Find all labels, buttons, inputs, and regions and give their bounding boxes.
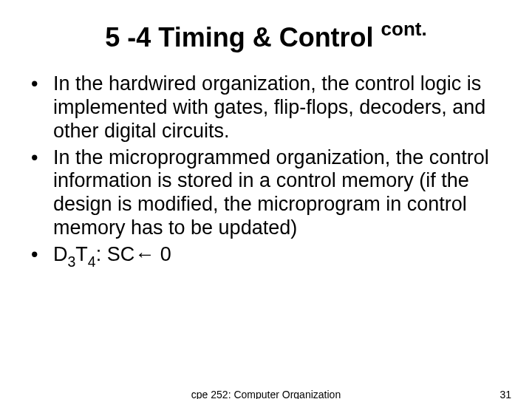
list-item: In the microprogrammed organization, the… [28,146,504,240]
slide-title: 5 -4 Timing & Control cont. [28,19,504,53]
title-main: 5 -4 Timing & Control [105,22,381,52]
bullet-text: In the microprogrammed organization, the… [53,146,489,239]
list-item: In the hardwired organization, the contr… [28,72,504,143]
title-superscript: cont. [381,18,427,40]
bullet-text: D3T4: SC← 0 [53,243,171,265]
footer-page-number: 31 [499,389,511,399]
bullet-list: In the hardwired organization, the contr… [28,72,504,269]
list-item: D3T4: SC← 0 [28,243,504,269]
bullet-text: In the hardwired organization, the contr… [53,72,485,142]
footer-course: cpe 252: Computer Organization [0,389,532,399]
